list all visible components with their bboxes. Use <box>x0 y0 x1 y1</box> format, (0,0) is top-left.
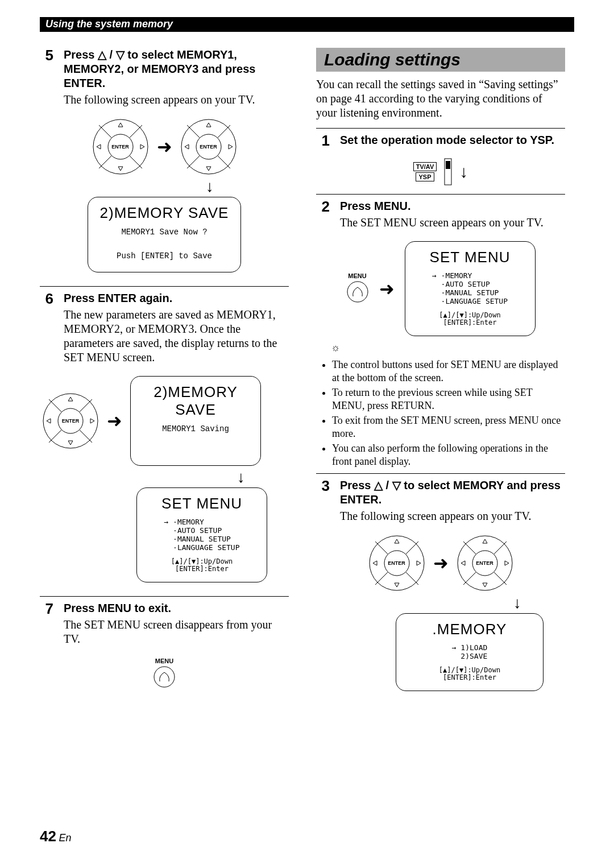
svg-marker-8 <box>97 144 101 149</box>
tv-screen-set-menu: SET MENU → ·MEMORY ·AUTO SETUP ·MANUAL S… <box>136 487 267 582</box>
svg-marker-40 <box>395 539 399 543</box>
arrow-right-icon: ➜ <box>379 278 395 300</box>
svg-marker-51 <box>483 583 487 587</box>
svg-line-24 <box>49 430 61 443</box>
selector-labels: TV/AV YSP <box>413 162 437 182</box>
enter-label: ENTER <box>62 418 80 424</box>
svg-line-47 <box>494 542 507 554</box>
step-3-flow: ENTER ➜ ENTER <box>316 535 565 592</box>
step-2-text: The SET MENU screen appears on your TV. <box>340 216 565 230</box>
step-7: 7 Press MENU to exit. The SET MENU scree… <box>40 601 289 652</box>
tip-icon: ☼ <box>331 342 565 354</box>
svg-line-2 <box>99 125 111 138</box>
svg-line-37 <box>406 542 418 554</box>
text: / <box>106 48 116 61</box>
step-number: 2 <box>316 199 330 235</box>
svg-marker-50 <box>483 539 487 543</box>
dpad-enter-icon: ENTER <box>42 392 99 449</box>
svg-marker-26 <box>68 397 73 401</box>
tip-item: You can also perform the following opera… <box>332 442 565 468</box>
arrow-down-icon: ↓ <box>131 177 289 196</box>
right-column: Loading settings You can recall the sett… <box>316 48 565 695</box>
svg-line-49 <box>494 572 507 585</box>
slider-switch-icon <box>442 158 454 186</box>
step-number: 7 <box>40 601 53 652</box>
ysp-label: YSP <box>416 172 434 181</box>
tv-screen-memory-saving: 2)MEMORY SAVE MEMORY1 Saving <box>130 376 261 466</box>
step-2: 2 Press MENU. The SET MENU screen appear… <box>316 199 565 235</box>
tv-title: 2)MEMORY SAVE <box>136 383 255 419</box>
menu-button-graphic: MENU <box>346 272 369 305</box>
down-triangle-icon: ▽ <box>116 48 125 61</box>
step-6-flow: ENTER ➜ 2)MEMORY SAVE MEMORY1 Saving <box>42 376 289 466</box>
up-triangle-icon: △ <box>374 479 383 491</box>
enter-label: ENTER <box>111 144 129 150</box>
step-5: 5 Press △ / ▽ to select MEMORY1, MEMORY2… <box>40 48 289 113</box>
svg-line-36 <box>375 542 388 554</box>
tv-hint: [▲]/[▼]:Up/Down [ENTER]:Enter <box>143 558 261 573</box>
tv-title: SET MENU <box>143 495 261 512</box>
step-3-text: The following screen appears on your TV. <box>340 509 565 523</box>
menu-label: MENU <box>40 658 289 664</box>
svg-line-14 <box>187 156 200 168</box>
tv-line: MEMORY1 Save Now ? <box>94 228 235 237</box>
svg-point-33 <box>347 282 368 302</box>
tv-line: Push [ENTER] to Save <box>94 251 235 261</box>
tv-menu-items: → ·MEMORY ·AUTO SETUP ·MANUAL SETUP ·LAN… <box>432 272 508 306</box>
divider <box>316 194 565 195</box>
svg-line-23 <box>80 399 92 412</box>
tv-screen-memory-save: 2)MEMORY SAVE MEMORY1 Save Now ? Push [E… <box>88 197 241 272</box>
svg-line-22 <box>49 399 61 412</box>
svg-marker-9 <box>140 144 144 149</box>
enter-label: ENTER <box>388 560 405 566</box>
tv-menu-items: → 1)LOAD 2)SAVE <box>452 644 488 661</box>
svg-marker-6 <box>118 123 123 127</box>
svg-marker-53 <box>505 561 509 565</box>
tip-item: To exit from the SET MENU screen, press … <box>332 414 565 440</box>
text: Press <box>340 479 374 491</box>
page-lang: En <box>59 832 71 844</box>
text: Press <box>64 48 98 61</box>
dpad-enter-icon: ENTER <box>92 118 149 175</box>
arrow-right-icon: ➜ <box>107 410 122 432</box>
svg-marker-7 <box>118 167 123 171</box>
svg-marker-18 <box>185 144 189 149</box>
svg-line-38 <box>375 572 388 585</box>
svg-marker-29 <box>90 419 94 423</box>
divider <box>316 128 565 129</box>
menu-button-icon <box>346 280 369 303</box>
arrow-down-icon: ↓ <box>193 468 289 486</box>
menu-label: MENU <box>346 272 369 279</box>
step-2-title: Press MENU. <box>340 199 565 213</box>
step-number: 3 <box>316 478 330 529</box>
step-number: 6 <box>40 291 53 370</box>
svg-marker-17 <box>206 167 211 171</box>
svg-marker-28 <box>47 419 51 423</box>
step-number: 5 <box>40 48 53 113</box>
step-3: 3 Press △ / ▽ to select MEMORY and press… <box>316 478 565 529</box>
mode-selector-graphic: TV/AV YSP ↓ <box>316 158 565 186</box>
svg-marker-52 <box>461 561 465 565</box>
page-number-value: 42 <box>40 828 56 845</box>
tv-title: 2)MEMORY SAVE <box>94 204 235 222</box>
svg-line-4 <box>99 156 111 168</box>
tv-menu-items: → ·MEMORY ·AUTO SETUP ·MANUAL SETUP ·LAN… <box>164 518 239 552</box>
svg-line-12 <box>187 125 200 138</box>
tv-av-label: TV/AV <box>413 162 437 171</box>
divider <box>316 473 565 474</box>
left-column: 5 Press △ / ▽ to select MEMORY1, MEMORY2… <box>40 48 289 695</box>
dpad-enter-icon: ENTER <box>457 535 513 592</box>
loading-settings-heading: Loading settings <box>316 48 565 72</box>
enter-label: ENTER <box>476 560 493 566</box>
tv-title: SET MENU <box>411 249 529 266</box>
svg-marker-41 <box>395 583 399 587</box>
step-3-title: Press △ / ▽ to select MEMORY and press E… <box>340 478 565 507</box>
section-header-bar: Using the system memory <box>40 17 574 32</box>
step-1-title: Set the operation mode selector to YSP. <box>340 133 565 147</box>
page: Using the system memory 5 Press △ / ▽ to… <box>0 0 614 868</box>
tv-screen-memory: .MEMORY → 1)LOAD 2)SAVE [▲]/[▼]:Up/Down … <box>396 613 544 691</box>
svg-marker-43 <box>417 561 421 565</box>
svg-line-25 <box>80 430 92 443</box>
svg-marker-27 <box>68 441 73 445</box>
up-triangle-icon: △ <box>98 48 106 61</box>
